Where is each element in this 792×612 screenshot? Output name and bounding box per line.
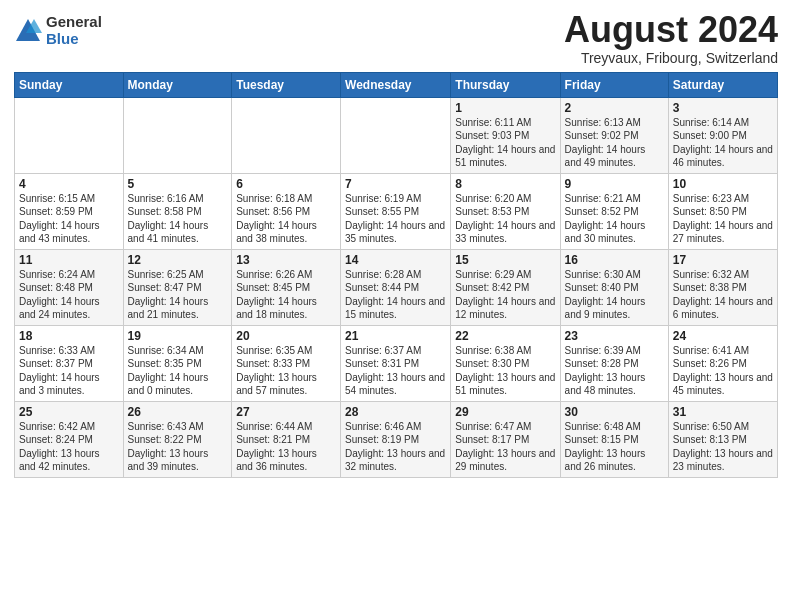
table-row: 27Sunrise: 6:44 AMSunset: 8:21 PMDayligh… bbox=[232, 401, 341, 477]
table-row: 19Sunrise: 6:34 AMSunset: 8:35 PMDayligh… bbox=[123, 325, 232, 401]
table-row: 23Sunrise: 6:39 AMSunset: 8:28 PMDayligh… bbox=[560, 325, 668, 401]
day-info: Sunrise: 6:30 AMSunset: 8:40 PMDaylight:… bbox=[565, 268, 664, 322]
header: General Blue August 2024 Treyvaux, Fribo… bbox=[14, 10, 778, 66]
header-sunday: Sunday bbox=[15, 72, 124, 97]
table-row: 6Sunrise: 6:18 AMSunset: 8:56 PMDaylight… bbox=[232, 173, 341, 249]
day-info: Sunrise: 6:23 AMSunset: 8:50 PMDaylight:… bbox=[673, 192, 773, 246]
day-number: 28 bbox=[345, 405, 446, 419]
header-thursday: Thursday bbox=[451, 72, 560, 97]
table-row: 22Sunrise: 6:38 AMSunset: 8:30 PMDayligh… bbox=[451, 325, 560, 401]
table-row: 9Sunrise: 6:21 AMSunset: 8:52 PMDaylight… bbox=[560, 173, 668, 249]
day-info: Sunrise: 6:15 AMSunset: 8:59 PMDaylight:… bbox=[19, 192, 119, 246]
table-row: 10Sunrise: 6:23 AMSunset: 8:50 PMDayligh… bbox=[668, 173, 777, 249]
day-number: 25 bbox=[19, 405, 119, 419]
day-number: 4 bbox=[19, 177, 119, 191]
day-number: 31 bbox=[673, 405, 773, 419]
table-row: 8Sunrise: 6:20 AMSunset: 8:53 PMDaylight… bbox=[451, 173, 560, 249]
day-info: Sunrise: 6:42 AMSunset: 8:24 PMDaylight:… bbox=[19, 420, 119, 474]
table-row: 25Sunrise: 6:42 AMSunset: 8:24 PMDayligh… bbox=[15, 401, 124, 477]
day-info: Sunrise: 6:25 AMSunset: 8:47 PMDaylight:… bbox=[128, 268, 228, 322]
day-number: 13 bbox=[236, 253, 336, 267]
day-number: 10 bbox=[673, 177, 773, 191]
day-info: Sunrise: 6:11 AMSunset: 9:03 PMDaylight:… bbox=[455, 116, 555, 170]
day-info: Sunrise: 6:18 AMSunset: 8:56 PMDaylight:… bbox=[236, 192, 336, 246]
day-info: Sunrise: 6:24 AMSunset: 8:48 PMDaylight:… bbox=[19, 268, 119, 322]
table-row bbox=[15, 97, 124, 173]
table-row: 14Sunrise: 6:28 AMSunset: 8:44 PMDayligh… bbox=[341, 249, 451, 325]
table-row: 20Sunrise: 6:35 AMSunset: 8:33 PMDayligh… bbox=[232, 325, 341, 401]
day-info: Sunrise: 6:21 AMSunset: 8:52 PMDaylight:… bbox=[565, 192, 664, 246]
day-info: Sunrise: 6:38 AMSunset: 8:30 PMDaylight:… bbox=[455, 344, 555, 398]
table-row bbox=[123, 97, 232, 173]
day-info: Sunrise: 6:16 AMSunset: 8:58 PMDaylight:… bbox=[128, 192, 228, 246]
day-info: Sunrise: 6:44 AMSunset: 8:21 PMDaylight:… bbox=[236, 420, 336, 474]
table-row: 12Sunrise: 6:25 AMSunset: 8:47 PMDayligh… bbox=[123, 249, 232, 325]
table-row: 7Sunrise: 6:19 AMSunset: 8:55 PMDaylight… bbox=[341, 173, 451, 249]
day-info: Sunrise: 6:41 AMSunset: 8:26 PMDaylight:… bbox=[673, 344, 773, 398]
calendar-body: 1Sunrise: 6:11 AMSunset: 9:03 PMDaylight… bbox=[15, 97, 778, 477]
day-number: 6 bbox=[236, 177, 336, 191]
month-title: August 2024 bbox=[564, 10, 778, 50]
day-info: Sunrise: 6:26 AMSunset: 8:45 PMDaylight:… bbox=[236, 268, 336, 322]
title-block: August 2024 Treyvaux, Fribourg, Switzerl… bbox=[564, 10, 778, 66]
table-row: 15Sunrise: 6:29 AMSunset: 8:42 PMDayligh… bbox=[451, 249, 560, 325]
table-row: 31Sunrise: 6:50 AMSunset: 8:13 PMDayligh… bbox=[668, 401, 777, 477]
header-wednesday: Wednesday bbox=[341, 72, 451, 97]
table-row: 5Sunrise: 6:16 AMSunset: 8:58 PMDaylight… bbox=[123, 173, 232, 249]
day-number: 8 bbox=[455, 177, 555, 191]
day-number: 15 bbox=[455, 253, 555, 267]
logo-blue: Blue bbox=[46, 31, 102, 48]
day-number: 27 bbox=[236, 405, 336, 419]
day-info: Sunrise: 6:14 AMSunset: 9:00 PMDaylight:… bbox=[673, 116, 773, 170]
day-info: Sunrise: 6:32 AMSunset: 8:38 PMDaylight:… bbox=[673, 268, 773, 322]
day-number: 23 bbox=[565, 329, 664, 343]
day-info: Sunrise: 6:20 AMSunset: 8:53 PMDaylight:… bbox=[455, 192, 555, 246]
table-row: 18Sunrise: 6:33 AMSunset: 8:37 PMDayligh… bbox=[15, 325, 124, 401]
table-row: 17Sunrise: 6:32 AMSunset: 8:38 PMDayligh… bbox=[668, 249, 777, 325]
day-info: Sunrise: 6:43 AMSunset: 8:22 PMDaylight:… bbox=[128, 420, 228, 474]
table-row: 1Sunrise: 6:11 AMSunset: 9:03 PMDaylight… bbox=[451, 97, 560, 173]
day-info: Sunrise: 6:29 AMSunset: 8:42 PMDaylight:… bbox=[455, 268, 555, 322]
page-container: General Blue August 2024 Treyvaux, Fribo… bbox=[0, 0, 792, 486]
day-number: 18 bbox=[19, 329, 119, 343]
day-number: 17 bbox=[673, 253, 773, 267]
day-number: 26 bbox=[128, 405, 228, 419]
day-number: 12 bbox=[128, 253, 228, 267]
day-info: Sunrise: 6:33 AMSunset: 8:37 PMDaylight:… bbox=[19, 344, 119, 398]
day-number: 14 bbox=[345, 253, 446, 267]
table-row bbox=[232, 97, 341, 173]
day-info: Sunrise: 6:13 AMSunset: 9:02 PMDaylight:… bbox=[565, 116, 664, 170]
header-tuesday: Tuesday bbox=[232, 72, 341, 97]
day-number: 30 bbox=[565, 405, 664, 419]
day-number: 7 bbox=[345, 177, 446, 191]
table-row: 30Sunrise: 6:48 AMSunset: 8:15 PMDayligh… bbox=[560, 401, 668, 477]
table-row bbox=[341, 97, 451, 173]
day-number: 21 bbox=[345, 329, 446, 343]
table-row: 2Sunrise: 6:13 AMSunset: 9:02 PMDaylight… bbox=[560, 97, 668, 173]
day-number: 2 bbox=[565, 101, 664, 115]
day-info: Sunrise: 6:34 AMSunset: 8:35 PMDaylight:… bbox=[128, 344, 228, 398]
day-info: Sunrise: 6:28 AMSunset: 8:44 PMDaylight:… bbox=[345, 268, 446, 322]
table-row: 11Sunrise: 6:24 AMSunset: 8:48 PMDayligh… bbox=[15, 249, 124, 325]
day-number: 24 bbox=[673, 329, 773, 343]
table-row: 3Sunrise: 6:14 AMSunset: 9:00 PMDaylight… bbox=[668, 97, 777, 173]
logo-icon bbox=[14, 17, 42, 45]
table-row: 28Sunrise: 6:46 AMSunset: 8:19 PMDayligh… bbox=[341, 401, 451, 477]
table-row: 26Sunrise: 6:43 AMSunset: 8:22 PMDayligh… bbox=[123, 401, 232, 477]
calendar-table: Sunday Monday Tuesday Wednesday Thursday… bbox=[14, 72, 778, 478]
logo: General Blue bbox=[14, 14, 102, 47]
header-saturday: Saturday bbox=[668, 72, 777, 97]
day-number: 22 bbox=[455, 329, 555, 343]
day-number: 11 bbox=[19, 253, 119, 267]
logo-text: General Blue bbox=[46, 14, 102, 47]
day-info: Sunrise: 6:48 AMSunset: 8:15 PMDaylight:… bbox=[565, 420, 664, 474]
day-info: Sunrise: 6:46 AMSunset: 8:19 PMDaylight:… bbox=[345, 420, 446, 474]
table-row: 24Sunrise: 6:41 AMSunset: 8:26 PMDayligh… bbox=[668, 325, 777, 401]
day-info: Sunrise: 6:19 AMSunset: 8:55 PMDaylight:… bbox=[345, 192, 446, 246]
day-number: 29 bbox=[455, 405, 555, 419]
day-number: 9 bbox=[565, 177, 664, 191]
table-row: 4Sunrise: 6:15 AMSunset: 8:59 PMDaylight… bbox=[15, 173, 124, 249]
day-number: 1 bbox=[455, 101, 555, 115]
logo-general: General bbox=[46, 14, 102, 31]
day-info: Sunrise: 6:37 AMSunset: 8:31 PMDaylight:… bbox=[345, 344, 446, 398]
